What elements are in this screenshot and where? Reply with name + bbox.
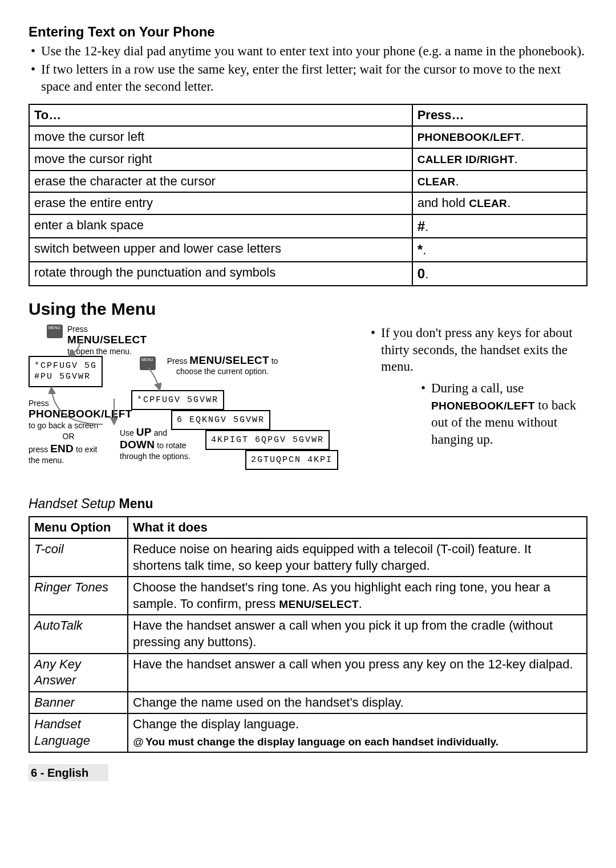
bullet-item: If two letters in a row use the same key… [29,61,587,95]
table-row: T-coil Reduce noise on hearing aids equi… [29,538,587,577]
th-to: To… [29,104,412,127]
menu-side-notes: If you don't press any keys for about th… [371,325,587,453]
th-press: Press… [412,104,587,127]
diagram-label-choose: Press MENU/SELECT to choose the current … [160,354,285,377]
note-icon: @ [133,735,145,749]
diagram-label-back: Press PHONEBOOK/LEFT to go back a screen… [29,399,108,465]
menu-select-icon [47,325,63,338]
screen-box-5: 2GTUQPCN 4KPI [245,450,338,470]
table-row: erase the entire entry and hold CLEAR. [29,192,587,214]
to-press-table: To… Press… move the cursor left PHONEBOO… [29,104,587,286]
table-row: enter a blank space #. [29,214,587,238]
note-item: During a call, use PHONEBOOK/LEFT to bac… [421,380,587,448]
screen-box-2: *CPFUGV 5GVWR [131,390,224,411]
table-row: Handset Language Change the display lang… [29,713,587,752]
table-row: Any Key Answer Have the handset answer a… [29,654,587,692]
table-row: move the cursor right CALLER ID/RIGHT. [29,148,587,171]
table-row: Ringer Tones Choose the handset's ring t… [29,577,587,615]
table-row: rotate through the punctuation and symbo… [29,262,587,286]
bullet-item: Use the 12-key dial pad anytime you want… [29,43,587,60]
th-what-it-does: What it does [128,517,587,539]
diagram-label-rotate: Use UP and DOWN to rotate through the op… [120,426,194,461]
screen-box-4: 4KPIGT 6QPGV 5GVWR [205,430,330,451]
page-footer: 6 - English [29,764,108,781]
th-menu-option: Menu Option [29,517,128,539]
table-row: move the cursor left PHONEBOOK/LEFT. [29,126,587,148]
screen-box-1: *CPFUGV 5G #PU 5GVWR [29,356,103,387]
table-row: erase the character at the cursor CLEAR. [29,171,587,193]
handset-menu-table: Menu Option What it does T-coil Reduce n… [29,516,587,753]
section-heading-using-menu: Using the Menu [29,298,587,320]
section-heading-entering-text: Entering Text on Your Phone [29,23,587,40]
table-row: Banner Change the name used on the hands… [29,692,587,714]
handset-setup-subheading: Handset Setup Menu [29,496,587,513]
table-row: switch between upper and lower case lett… [29,238,587,262]
table-row: AutoTalk Have the handset answer a call … [29,615,587,653]
menu-navigation-diagram: Press MENU/SELECT to open the menu. *CPF… [29,325,359,484]
menu-select-icon [140,356,156,370]
note-item: If you don't press any keys for about th… [371,325,587,376]
diagram-label-open: Press MENU/SELECT to open the menu. [67,325,153,356]
entering-text-bullets: Use the 12-key dial pad anytime you want… [29,43,587,95]
